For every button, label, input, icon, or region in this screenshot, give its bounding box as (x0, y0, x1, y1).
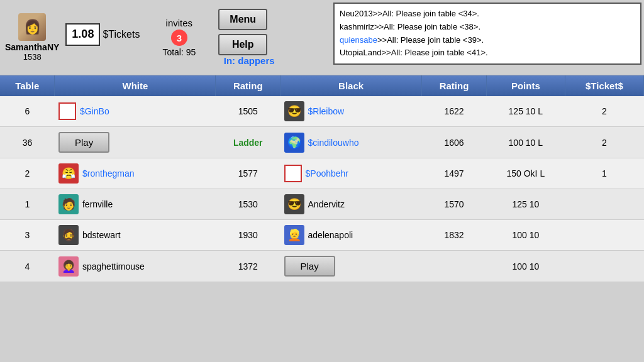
total-label: Total: 95 (162, 47, 196, 57)
black-play-button[interactable]: Play (284, 256, 335, 277)
col-rating-black: Rating (422, 75, 487, 96)
user-id: 1538 (23, 52, 42, 62)
chat-line-3: quiensabe>>All: Please join table <39>. (340, 34, 635, 47)
table-num: 6 (0, 96, 55, 127)
black-player: 😎 $Rleibow (280, 96, 422, 127)
white-rating: 1505 (216, 96, 280, 127)
tickets (565, 189, 643, 220)
points: 125 10 (486, 189, 565, 220)
games-table: Table White Rating Black Rating Points $… (0, 75, 644, 282)
col-table: Table (0, 75, 55, 96)
user-info: 👩 SamanthaNY 1538 (5, 13, 59, 62)
table-num: 36 (0, 127, 55, 158)
black-avatar: 👱 (284, 225, 304, 245)
tickets: 2 (565, 96, 643, 127)
white-play-button[interactable]: Play (58, 132, 109, 153)
points: 125 10 L (486, 96, 565, 127)
white-player: 🧔 bdstewart (55, 220, 216, 251)
black-rating: 1497 (422, 158, 487, 189)
white-rating: Ladder (216, 127, 280, 158)
black-player-name: Andervitz (308, 199, 345, 209)
black-player: Play (280, 251, 422, 282)
table-row: 36 Play Ladder 🌍 $cindilouwho 1606 100 (0, 127, 644, 158)
table-num: 2 (0, 158, 55, 189)
black-avatar: 😎 (284, 194, 304, 214)
black-avatar: 🌍 (284, 133, 304, 153)
white-avatar: 🧑 (58, 194, 79, 214)
black-player: 😎 Andervitz (280, 189, 422, 220)
tickets-value[interactable]: 1.08 (65, 23, 100, 46)
invites-label: invites (166, 18, 193, 28)
col-white: White (55, 75, 216, 96)
white-player: $GinBo (55, 96, 216, 127)
menu-help: Menu Help (218, 9, 267, 55)
points: 100 10 (486, 251, 565, 282)
white-rating: 1577 (216, 158, 280, 189)
black-rating: 1570 (422, 189, 487, 220)
black-player-link[interactable]: $Poohbehr (306, 168, 349, 178)
white-player: 👩‍🦱 spaghettimouse (55, 251, 216, 282)
table-row: 6 $GinBo 1505 😎 $Rleibow 1622 125 10 L (0, 96, 644, 127)
white-rating: 1930 (216, 220, 280, 251)
tickets: 2 (565, 127, 643, 158)
tickets-label: $Tickets (103, 29, 140, 40)
col-points: Points (486, 75, 565, 96)
white-rating: 1530 (216, 189, 280, 220)
black-rating (422, 251, 487, 282)
white-player-name: spaghettimouse (82, 261, 145, 272)
black-player: 👱 adelenapoli (280, 220, 422, 251)
white-player: 🧑 fernville (55, 189, 216, 220)
table-row: 3 🧔 bdstewart 1930 👱 adelenapoli 1832 10… (0, 220, 644, 251)
white-avatar: 🧔 (58, 225, 79, 245)
black-player: $Poohbehr (280, 158, 422, 189)
white-avatar: 👩‍🦱 (58, 256, 79, 277)
username: SamanthaNY (5, 42, 59, 52)
header: 👩 SamanthaNY 1538 1.08 $Tickets invites … (0, 0, 644, 75)
chat-link-quiensabe[interactable]: quiensabe (340, 35, 377, 45)
black-rating: 1832 (422, 220, 487, 251)
black-player-name: adelenapoli (308, 230, 353, 240)
white-player: Play (55, 127, 216, 158)
chat-box: Neu2013>>All: Please join table <34>. ka… (333, 3, 641, 65)
black-rating: 1606 (422, 127, 487, 158)
invites-badge[interactable]: 3 (171, 30, 187, 46)
table-row: 1 🧑 fernville 1530 😎 Andervitz 1570 125 … (0, 189, 644, 220)
invites-section: invites 3 Total: 95 (162, 18, 196, 57)
white-avatar-empty (58, 102, 76, 120)
black-avatar: 😎 (284, 101, 304, 121)
points: 150 OkI L (486, 158, 565, 189)
avatar: 👩 (18, 13, 46, 41)
black-avatar-empty (284, 165, 302, 182)
table-num: 3 (0, 220, 55, 251)
tickets (565, 220, 643, 251)
table-container: Table White Rating Black Rating Points $… (0, 75, 644, 362)
points: 100 10 (486, 220, 565, 251)
chat-line-4: UtopiaLand>>All: Please join table <41>. (340, 47, 635, 60)
black-rating: 1622 (422, 96, 487, 127)
col-rating-white: Rating (216, 75, 280, 96)
black-player-link[interactable]: $cindilouwho (308, 138, 359, 148)
col-black: Black (280, 75, 422, 96)
in-label: In: dappers (224, 55, 275, 66)
table-header-row: Table White Rating Black Rating Points $… (0, 75, 644, 96)
black-player: 🌍 $cindilouwho (280, 127, 422, 158)
white-rating: 1372 (216, 251, 280, 282)
white-player-link[interactable]: $GinBo (80, 106, 109, 116)
tickets (565, 251, 643, 282)
black-player-link[interactable]: $Rleibow (308, 106, 345, 116)
col-tickets: $Ticket$ (565, 75, 643, 96)
chat-line-1: Neu2013>>All: Please join table <34>. (340, 8, 635, 21)
white-player-name: bdstewart (82, 230, 121, 240)
ladder-badge: Ladder (233, 138, 263, 148)
tickets: 1 (565, 158, 643, 189)
table-num: 1 (0, 189, 55, 220)
table-num: 4 (0, 251, 55, 282)
help-button[interactable]: Help (218, 34, 267, 55)
white-player-link[interactable]: $ronthegman (82, 168, 135, 178)
table-row: 4 👩‍🦱 spaghettimouse 1372 Play 100 10 (0, 251, 644, 282)
menu-button[interactable]: Menu (218, 9, 267, 30)
table-row: 2 😤 $ronthegman 1577 $Poohbehr 1497 150 … (0, 158, 644, 189)
white-avatar: 😤 (58, 163, 79, 184)
points: 100 10 L (486, 127, 565, 158)
white-player: 😤 $ronthegman (55, 158, 216, 189)
